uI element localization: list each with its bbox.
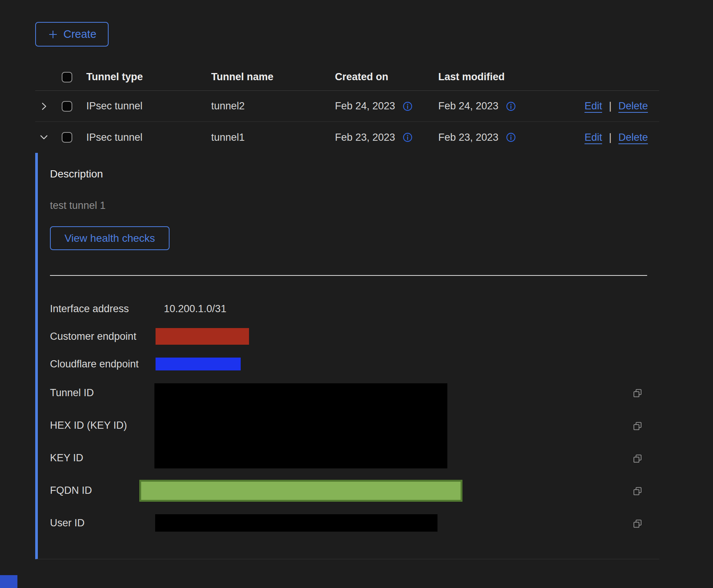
create-button-label: Create [63, 28, 96, 40]
tunnel-detail-panel: Description test tunnel 1 View health ch… [35, 153, 659, 559]
section-divider [50, 275, 647, 276]
copy-icon[interactable] [632, 421, 643, 431]
edit-link[interactable]: Edit [584, 100, 602, 112]
table-header-row: Tunnel type Tunnel name Created on Last … [35, 64, 659, 91]
cell-tunnel-name: tunnel2 [211, 100, 335, 112]
tunnels-page: Create Tunnel type Tunnel name Created o… [0, 0, 713, 588]
header-tunnel-name: Tunnel name [211, 71, 335, 83]
customer-endpoint-label: Customer endpoint [50, 331, 136, 342]
interface-address-value: 10.200.1.0/31 [164, 303, 226, 315]
user-id-redacted-value [155, 514, 437, 532]
cell-created-on: Feb 23, 2023 [335, 132, 395, 143]
interface-address-label: Interface address [50, 303, 129, 315]
chevron-right-icon[interactable] [39, 101, 49, 111]
header-tunnel-type: Tunnel type [86, 71, 211, 83]
cell-tunnel-name: tunnel1 [211, 132, 335, 143]
cell-tunnel-type: IPsec tunnel [86, 100, 211, 112]
description-value: test tunnel 1 [50, 200, 106, 212]
copy-icon[interactable] [632, 388, 643, 398]
copy-icon[interactable] [632, 454, 643, 464]
info-icon[interactable] [506, 101, 516, 111]
fqdn-id-redacted-value [139, 480, 462, 502]
chevron-down-icon[interactable] [39, 132, 49, 142]
info-icon[interactable] [506, 132, 516, 142]
select-all-checkbox[interactable] [62, 72, 72, 82]
info-icon[interactable] [403, 101, 413, 111]
tunnel-hex-key-id-redacted-values [154, 383, 447, 468]
table-row: IPsec tunnel tunnel2 Feb 24, 2023 Feb 24… [35, 91, 659, 122]
plus-icon [47, 29, 59, 40]
description-label: Description [50, 168, 103, 180]
action-separator: | [609, 132, 612, 143]
cell-last-modified: Feb 23, 2023 [438, 132, 498, 143]
row-checkbox[interactable] [62, 132, 72, 143]
info-icon[interactable] [403, 132, 413, 142]
cloudflare-endpoint-redacted-value [156, 358, 241, 370]
create-button[interactable]: Create [35, 22, 109, 47]
customer-endpoint-redacted-value [156, 328, 249, 345]
view-health-checks-button[interactable]: View health checks [50, 226, 170, 250]
user-id-label: User ID [50, 517, 85, 529]
copy-icon[interactable] [632, 519, 643, 529]
tunnel-id-label: Tunnel ID [50, 387, 94, 399]
cloudflare-endpoint-label: Cloudflare endpoint [50, 358, 139, 370]
tunnels-table: Tunnel type Tunnel name Created on Last … [35, 64, 659, 153]
corner-accent [0, 575, 17, 588]
fqdn-id-label: FQDN ID [50, 485, 92, 496]
cell-last-modified: Feb 24, 2023 [438, 100, 498, 112]
copy-icon[interactable] [632, 486, 643, 496]
header-created-on: Created on [335, 71, 438, 83]
row-checkbox[interactable] [62, 101, 72, 112]
delete-link[interactable]: Delete [618, 132, 648, 143]
cell-created-on: Feb 24, 2023 [335, 100, 395, 112]
hex-id-label: HEX ID (KEY ID) [50, 420, 127, 431]
key-id-label: KEY ID [50, 452, 83, 464]
header-last-modified: Last modified [438, 71, 541, 83]
table-row: IPsec tunnel tunnel1 Feb 23, 2023 Feb 23… [35, 122, 659, 153]
action-separator: | [609, 100, 612, 112]
delete-link[interactable]: Delete [618, 100, 648, 112]
edit-link[interactable]: Edit [584, 132, 602, 143]
cell-tunnel-type: IPsec tunnel [86, 132, 211, 143]
